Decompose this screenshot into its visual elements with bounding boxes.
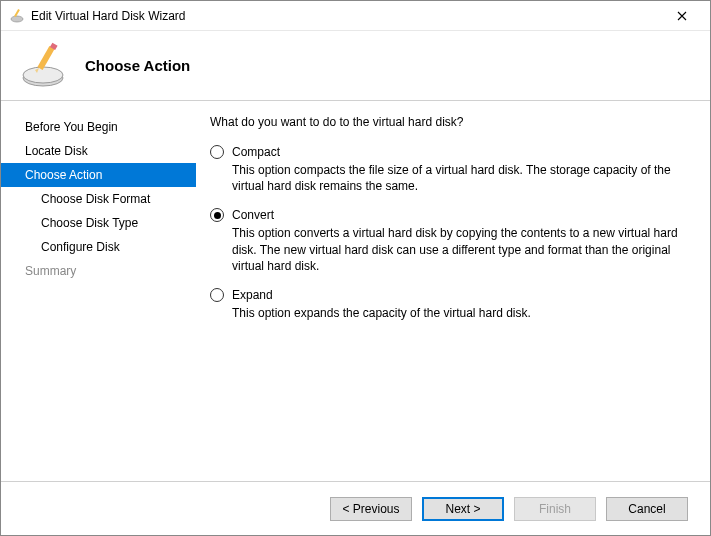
sidebar-item-summary[interactable]: Summary [1,259,196,283]
cancel-button[interactable]: Cancel [606,497,688,521]
next-button[interactable]: Next > [422,497,504,521]
wizard-content: What do you want to do to the virtual ha… [196,101,710,481]
wizard-body: Before You Begin Locate Disk Choose Acti… [1,101,710,481]
option-compact-row[interactable]: Compact [210,145,688,159]
option-convert: Convert This option converts a virtual h… [210,208,688,274]
wizard-icon [19,42,67,90]
option-expand-desc: This option expands the capacity of the … [232,305,688,321]
option-compact: Compact This option compacts the file si… [210,145,688,194]
svg-point-0 [11,16,23,22]
radio-compact[interactable] [210,145,224,159]
sidebar-item-configure-disk[interactable]: Configure Disk [1,235,196,259]
option-expand: Expand This option expands the capacity … [210,288,688,321]
sidebar-item-before-you-begin[interactable]: Before You Begin [1,115,196,139]
option-convert-label: Convert [232,208,274,222]
sidebar-item-choose-action[interactable]: Choose Action [1,163,196,187]
svg-rect-4 [37,46,54,70]
radio-expand[interactable] [210,288,224,302]
finish-button: Finish [514,497,596,521]
content-prompt: What do you want to do to the virtual ha… [210,115,688,129]
option-convert-row[interactable]: Convert [210,208,688,222]
close-button[interactable] [662,2,702,30]
option-compact-desc: This option compacts the file size of a … [232,162,688,194]
previous-button[interactable]: < Previous [330,497,412,521]
page-heading: Choose Action [85,57,190,74]
wizard-sidebar: Before You Begin Locate Disk Choose Acti… [1,101,196,481]
sidebar-item-choose-disk-format[interactable]: Choose Disk Format [1,187,196,211]
option-expand-row[interactable]: Expand [210,288,688,302]
app-icon [9,8,25,24]
wizard-header: Choose Action [1,31,710,101]
wizard-footer: < Previous Next > Finish Cancel [1,481,710,535]
sidebar-item-locate-disk[interactable]: Locate Disk [1,139,196,163]
radio-convert[interactable] [210,208,224,222]
option-convert-desc: This option converts a virtual hard disk… [232,225,688,274]
window-title: Edit Virtual Hard Disk Wizard [31,9,662,23]
option-expand-label: Expand [232,288,273,302]
titlebar: Edit Virtual Hard Disk Wizard [1,1,710,31]
svg-point-3 [23,67,63,83]
option-compact-label: Compact [232,145,280,159]
sidebar-item-choose-disk-type[interactable]: Choose Disk Type [1,211,196,235]
